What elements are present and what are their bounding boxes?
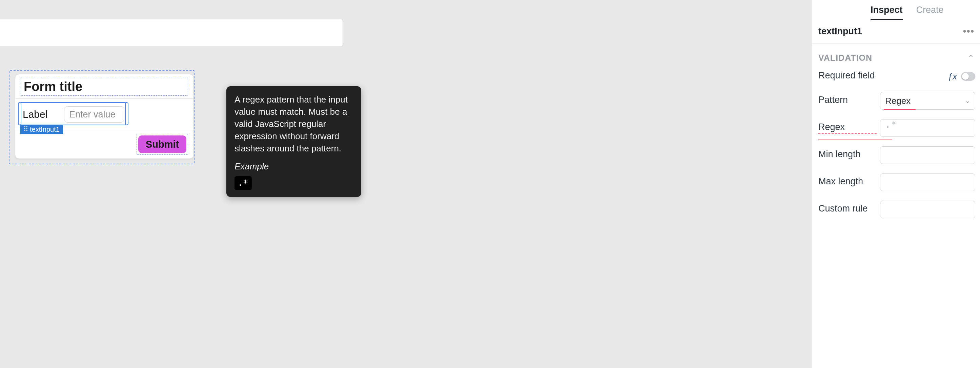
form-title-selection[interactable]: Form title (21, 78, 188, 96)
component-name: textInput1 (818, 26, 862, 37)
tab-create[interactable]: Create (916, 2, 944, 20)
resize-handle-left[interactable] (18, 102, 21, 125)
tooltip-body: A regex pattern that the input value mus… (234, 94, 353, 154)
validation-section-header[interactable]: VALIDATION ⌃ (812, 44, 980, 66)
inspector-scroll[interactable]: VALIDATION ⌃ Required field ƒx Pattern R… (812, 44, 980, 368)
pattern-label: Pattern (818, 95, 877, 107)
form-body: Label ⠿ textInput1 (15, 99, 194, 130)
fx-button[interactable]: ƒx (948, 71, 957, 82)
tab-inspect[interactable]: Inspect (870, 2, 903, 20)
tooltip-example-code: .* (234, 176, 252, 190)
top-grid-band (0, 19, 343, 47)
regex-input[interactable]: .* (880, 119, 975, 137)
selection-border (20, 102, 126, 125)
form-footer: Submit (15, 130, 194, 159)
max-length-label: Max length (818, 176, 877, 189)
section-title: VALIDATION (818, 53, 872, 63)
submit-selection: Submit (137, 134, 188, 155)
regex-label: Regex (818, 122, 877, 134)
inspector-panel: Inspect Create textInput1 ••• VALIDATION… (812, 0, 980, 368)
submit-button[interactable]: Submit (138, 136, 186, 153)
form-title-row: Form title (15, 74, 194, 99)
pattern-value: Regex (885, 96, 910, 106)
row-required: Required field ƒx (812, 66, 980, 87)
inspector-tabs: Inspect Create (812, 0, 980, 20)
more-menu-icon[interactable]: ••• (963, 26, 975, 37)
component-tag[interactable]: ⠿ textInput1 (20, 125, 63, 134)
required-label: Required field (818, 70, 877, 83)
tooltip-example-label: Example (234, 161, 353, 173)
regex-placeholder: .* (885, 120, 897, 130)
custom-rule-label: Custom rule (818, 203, 877, 216)
drag-grip-icon: ⠿ (23, 125, 28, 133)
row-max-length: Max length (812, 169, 980, 196)
pattern-select[interactable]: Regex ⌄ (880, 92, 975, 110)
chevron-up-icon[interactable]: ⌃ (968, 54, 974, 62)
row-min-length: Min length (812, 142, 980, 169)
component-header: textInput1 ••• (812, 20, 980, 44)
min-length-label: Min length (818, 149, 877, 161)
canvas-area[interactable]: Form title Label ⠿ textInput1 Submit (0, 0, 812, 368)
text-input-selection[interactable]: Label ⠿ textInput1 (20, 102, 189, 126)
help-tooltip: A regex pattern that the input value mus… (226, 86, 361, 197)
row-custom-rule: Custom rule (812, 196, 980, 223)
form-title[interactable]: Form title (24, 80, 185, 94)
min-length-input[interactable] (880, 146, 975, 164)
row-pattern: Pattern Regex ⌄ (812, 87, 980, 114)
custom-rule-input[interactable] (880, 201, 975, 218)
resize-handle-right[interactable] (125, 102, 129, 125)
component-tag-label: textInput1 (30, 126, 60, 133)
required-toggle[interactable] (961, 72, 975, 81)
chevron-down-icon: ⌄ (965, 97, 970, 104)
form-card[interactable]: Form title Label ⠿ textInput1 Submit (15, 74, 194, 159)
row-regex: Regex .* (812, 114, 980, 142)
max-length-input[interactable] (880, 173, 975, 191)
